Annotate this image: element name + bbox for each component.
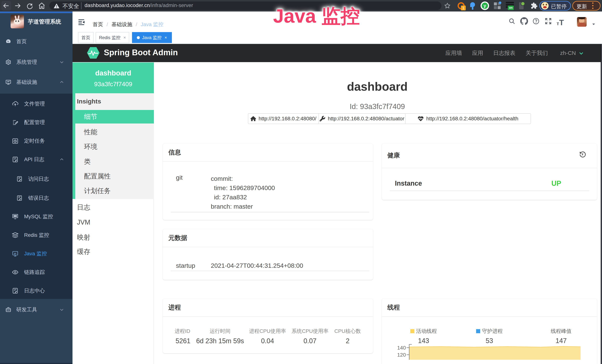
svg-text:120: 120: [397, 352, 406, 358]
svg-text:140: 140: [397, 345, 406, 351]
